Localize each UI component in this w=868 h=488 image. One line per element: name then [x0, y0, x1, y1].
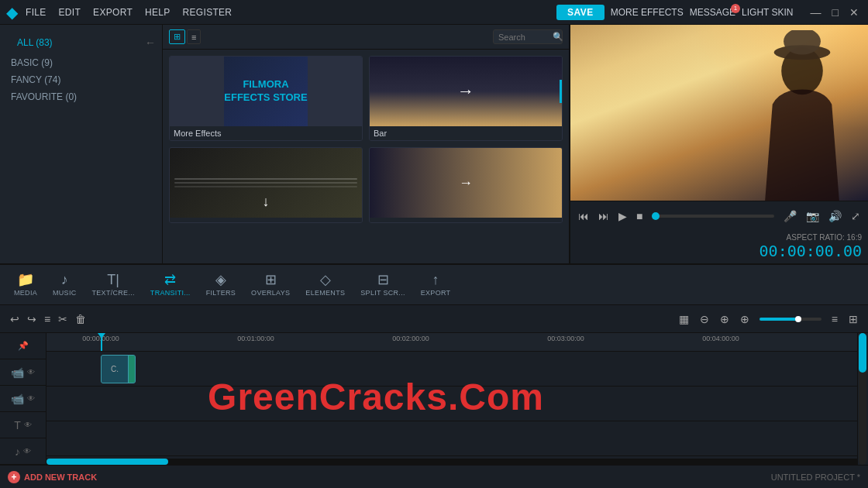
microphone-button[interactable]: 🎤 — [780, 208, 800, 224]
effects-grid: FILMORAEFFECTS STORE More Effects → Bar — [163, 50, 569, 229]
track-row-video2 — [46, 387, 857, 421]
snapshot-button[interactable]: 📷 — [803, 208, 822, 224]
tool-elements[interactable]: ◇ ELEMENTS — [298, 270, 353, 300]
tool-music[interactable]: ♪ MUSIC — [45, 270, 84, 300]
add-track-button[interactable]: + ADD NEW TRACK — [8, 471, 97, 483]
category-all[interactable]: ALL (83) — [6, 34, 64, 51]
down-arrow-icon: ↓ — [263, 194, 270, 210]
zoom-plus-button[interactable]: ⊕ — [736, 311, 753, 327]
elements-label: ELEMENTS — [305, 289, 345, 297]
back-icon[interactable]: ← — [145, 36, 156, 49]
media-label: MEDIA — [14, 289, 37, 297]
category-favourite[interactable]: FAVOURITE (0) — [0, 88, 162, 105]
category-fancy[interactable]: FANCY (74) — [0, 71, 162, 88]
video-track2-vis-button[interactable]: 👁 — [27, 394, 35, 403]
maximize-button[interactable]: □ — [829, 6, 842, 19]
video-clip[interactable]: C. — [101, 355, 136, 383]
grid-view-button[interactable]: ⊞ — [169, 29, 185, 44]
tool-text[interactable]: T| TEXT/CRE... — [84, 270, 143, 300]
effect-bar[interactable]: → Bar — [369, 56, 563, 141]
timecode-display: 00:00:00.00 — [760, 242, 862, 260]
grid-toggle-button[interactable]: ⊞ — [845, 311, 862, 327]
audio-track-icon: ♪ — [15, 445, 20, 458]
timeline-ruler-and-tracks: 00:00:00:00 00:01:00:00 00:02:00:00 00:0… — [46, 333, 857, 465]
light-skin-link[interactable]: LIGHT SKIN — [742, 7, 793, 18]
message-badge-container: MESSAGE 1 — [690, 7, 735, 18]
tool-overlays[interactable]: ⊞ OVERLAYS — [243, 270, 298, 300]
close-button[interactable]: ✕ — [846, 6, 862, 19]
video-track2-icon: 📹 — [11, 393, 24, 405]
volume-button[interactable]: 🔊 — [825, 208, 845, 224]
zoom-slider[interactable] — [760, 318, 822, 321]
timeline-scrollbar[interactable] — [46, 459, 857, 465]
effect-more-effects[interactable]: FILMORAEFFECTS STORE More Effects — [169, 56, 363, 141]
undo-button[interactable]: ↩ — [6, 311, 23, 327]
cut-button[interactable]: ✂ — [54, 311, 71, 327]
text-track-vis-button[interactable]: 👁 — [24, 421, 32, 429]
menu-export[interactable]: EXPORT — [93, 7, 133, 18]
tool-filters[interactable]: ◈ FILTERS — [198, 270, 243, 300]
play-button[interactable]: ▶ — [615, 208, 630, 224]
filters-icon: ◈ — [215, 273, 226, 287]
transitions-icon: ⇄ — [164, 273, 176, 287]
fullscreen-button[interactable]: ⤢ — [848, 208, 863, 224]
align-button[interactable]: ≡ — [40, 311, 54, 327]
audio-track-vis-button[interactable]: 👁 — [23, 447, 31, 455]
scrollbar-thumb[interactable] — [46, 459, 168, 465]
ruler-mark-4: 00:04:00:00 — [702, 335, 739, 342]
tool-transitions[interactable]: ⇄ TRANSITI... — [143, 270, 198, 300]
track-label-audio: ♪ 👁 — [0, 438, 46, 465]
timeline-controls-row: ↩ ↪ ≡ ✂ 🗑 ▦ ⊖ ⊕ ⊕ ≡ ⊞ — [0, 305, 868, 333]
save-button[interactable]: SAVE — [556, 5, 604, 20]
menu-edit[interactable]: EDIT — [59, 7, 81, 18]
more-options-button[interactable]: ≡ — [828, 311, 842, 327]
vscroll-thumb — [859, 333, 866, 373]
audio-meter-button[interactable]: ▦ — [675, 311, 693, 327]
text-track-icon: T — [14, 419, 21, 431]
preview-progress-bar[interactable] — [652, 215, 774, 218]
add-track-icon: + — [8, 471, 20, 483]
category-basic[interactable]: BASIC (9) — [0, 54, 162, 71]
effect-label-3 — [170, 218, 362, 222]
effect-4[interactable]: → — [369, 147, 563, 223]
playhead[interactable] — [101, 333, 102, 351]
stop-button[interactable]: ■ — [633, 208, 646, 224]
video-track-vis-button[interactable]: 👁 — [27, 368, 35, 376]
effect-label-4 — [370, 218, 562, 222]
tool-split-screen[interactable]: ⊟ SPLIT SCR... — [353, 270, 412, 300]
category-panel: ALL (83) ← BASIC (9) FANCY (74) FAVOURIT… — [0, 25, 163, 263]
effect-label-more-effects: More Effects — [170, 126, 362, 140]
search-input[interactable] — [498, 33, 553, 42]
tool-export[interactable]: ↑ EXPORT — [413, 270, 459, 300]
more-effects-link[interactable]: MORE EFFECTS — [611, 7, 684, 18]
zoom-out-button[interactable]: ⊖ — [696, 311, 713, 327]
menu-help[interactable]: HELP — [145, 7, 170, 18]
effect-3[interactable]: ↓ — [169, 147, 363, 223]
minimize-button[interactable]: — — [808, 6, 825, 19]
timeline-vertical-scrollbar[interactable] — [857, 333, 868, 465]
message-link[interactable]: MESSAGE — [690, 7, 735, 18]
zoom-fill — [760, 318, 797, 321]
menu-register[interactable]: REGISTER — [183, 7, 232, 18]
track-row-video: C. — [46, 352, 857, 387]
tool-media[interactable]: 📁 MEDIA — [6, 270, 45, 300]
prev-frame-button[interactable]: ⏭ — [595, 208, 612, 224]
zoom-in-button[interactable]: ⊕ — [716, 311, 733, 327]
track-label-video2: 📹 👁 — [0, 386, 46, 412]
track-row-text — [46, 421, 857, 456]
split-screen-label: SPLIT SCR... — [360, 289, 405, 297]
redo-button[interactable]: ↪ — [23, 311, 40, 327]
list-view-button[interactable]: ≡ — [187, 29, 201, 44]
music-icon: ♪ — [61, 273, 68, 287]
timeline-right-controls: ▦ ⊖ ⊕ ⊕ ≡ ⊞ — [675, 311, 862, 327]
preview-controls: ⏮ ⏭ ▶ ■ 🎤 📷 🔊 ⤢ — [570, 201, 868, 230]
filters-label: FILTERS — [206, 289, 236, 297]
effects-panel: ⊞ ≡ 🔍 FILMORAEFFECTS STORE More Effects — [163, 25, 570, 263]
search-icon: 🔍 — [553, 32, 563, 42]
ruler-mark-2: 00:02:00:00 — [392, 335, 429, 342]
skip-back-button[interactable]: ⏮ — [575, 208, 592, 224]
app-logo: ◆ — [6, 3, 18, 22]
track-label-pin: 📌 — [0, 333, 46, 359]
menu-file[interactable]: FILE — [26, 7, 46, 18]
delete-button[interactable]: 🗑 — [71, 311, 90, 327]
